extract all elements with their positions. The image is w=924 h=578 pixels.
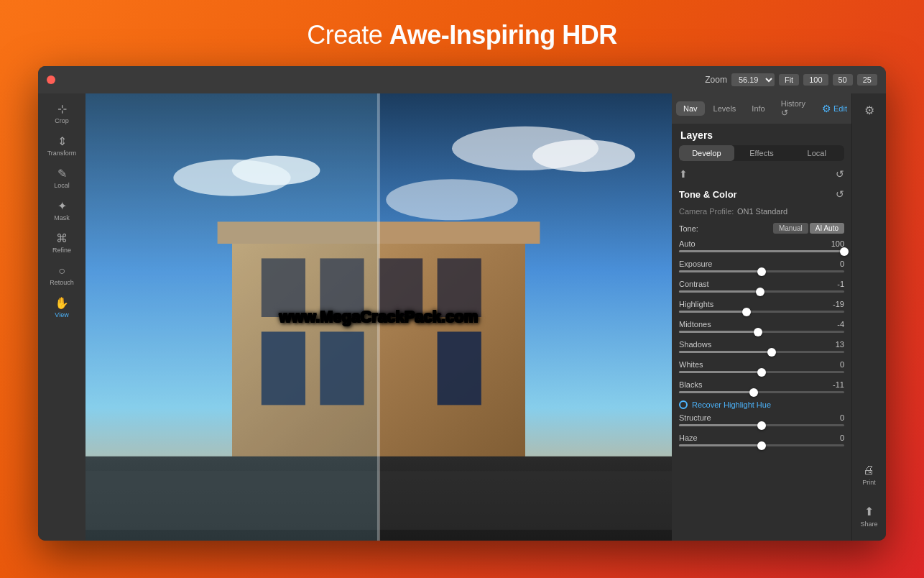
- svg-rect-15: [438, 331, 481, 405]
- sub-tab-effects[interactable]: Effects: [734, 145, 790, 161]
- slider-exposure-track[interactable]: [679, 270, 844, 272]
- slider-whites: Whites 0: [679, 360, 844, 373]
- slider-midtones: Midtones -4: [679, 320, 844, 333]
- camera-profile-value: ON1 Standard: [737, 207, 787, 216]
- slider-shadows: Shadows 13: [679, 340, 844, 353]
- traffic-light-close[interactable]: [47, 75, 55, 84]
- slider-structure: Structure 0: [679, 413, 844, 426]
- far-right-sidebar: ⚙ 🖨 Print ⬆ Share: [851, 93, 886, 541]
- canvas-area[interactable]: www.MegaCrackPack.com: [86, 93, 672, 541]
- panel-scroll[interactable]: Tone & Color ↺ Camera Profile: ON1 Stand…: [672, 183, 851, 541]
- tone-buttons: Manual AI Auto: [773, 223, 844, 234]
- svg-point-5: [532, 139, 635, 172]
- right-panel: Nav Levels Info History ↺ ⚙ Edit Layers …: [672, 93, 851, 541]
- slider-blacks: Blacks -11: [679, 380, 844, 393]
- tone-color-section-header: Tone & Color ↺: [679, 183, 844, 204]
- print-icon: 🖨: [863, 464, 874, 477]
- reset-icon[interactable]: ↺: [836, 168, 844, 180]
- sub-tab-local[interactable]: Local: [789, 145, 844, 161]
- slider-haze-track[interactable]: [679, 444, 844, 446]
- refine-icon: ⌘: [56, 233, 68, 244]
- tone-label: Tone:: [679, 224, 698, 233]
- tool-local[interactable]: ✎ Local: [42, 164, 82, 193]
- zoom-100-button[interactable]: 100: [803, 74, 828, 86]
- tool-crop[interactable]: ⊹ Crop: [42, 99, 82, 129]
- far-right-print[interactable]: 🖨 Print: [859, 459, 879, 490]
- left-sidebar: ⊹ Crop ⇕ Transform ✎ Local ✦ Mask ⌘ Refi…: [38, 93, 86, 541]
- header-title-bold: Awe-Inspiring HDR: [389, 20, 617, 50]
- slider-haze: Haze 0: [679, 434, 844, 446]
- layers-header: Layers: [672, 124, 851, 145]
- canvas-image: www.MegaCrackPack.com: [86, 93, 672, 541]
- slider-highlights-track[interactable]: [679, 311, 844, 313]
- slider-blacks-track[interactable]: [679, 391, 844, 393]
- camera-profile-label: Camera Profile:: [679, 207, 734, 216]
- tone-ai-auto-button[interactable]: AI Auto: [810, 223, 844, 234]
- tool-retouch[interactable]: ○ Retouch: [42, 261, 82, 290]
- slider-whites-track[interactable]: [679, 371, 844, 373]
- recover-highlight-checkbox[interactable]: [679, 400, 688, 409]
- tone-color-reset[interactable]: ↺: [836, 188, 844, 200]
- nav-tab-info[interactable]: Info: [744, 101, 772, 116]
- header-title-regular: Create: [307, 20, 389, 50]
- panel-actions: ⬆ ↺: [672, 165, 851, 183]
- nav-tab-levels[interactable]: Levels: [706, 101, 744, 116]
- recover-highlight-label: Recover Highlight Hue: [692, 400, 771, 409]
- nav-tab-nav[interactable]: Nav: [676, 101, 705, 116]
- zoom-label: Zoom: [705, 75, 727, 85]
- app-header: Create Awe-Inspiring HDR: [307, 0, 616, 66]
- sub-tab-develop[interactable]: Develop: [679, 145, 734, 161]
- transform-icon: ⇕: [57, 136, 67, 147]
- svg-point-6: [386, 179, 518, 220]
- nav-tabs: Nav Levels Info History ↺ ⚙ Edit: [672, 93, 851, 124]
- mask-icon: ✦: [57, 201, 67, 212]
- tone-row: Tone: Manual AI Auto: [679, 223, 844, 234]
- title-bar: Zoom 56.19 Fit 100 50 25: [38, 66, 886, 93]
- edit-button[interactable]: ⚙ Edit: [822, 103, 847, 114]
- main-content: ⊹ Crop ⇕ Transform ✎ Local ✦ Mask ⌘ Refi…: [38, 93, 886, 541]
- fit-button[interactable]: Fit: [779, 74, 799, 86]
- tool-view[interactable]: ✋ View: [42, 293, 82, 323]
- camera-profile-row: Camera Profile: ON1 Standard: [679, 204, 844, 217]
- settings-icon: ⚙: [864, 104, 874, 117]
- zoom-50-button[interactable]: 50: [833, 74, 853, 86]
- far-right-share[interactable]: ⬆ Share: [857, 500, 880, 532]
- slider-midtones-track[interactable]: [679, 331, 844, 333]
- local-icon: ✎: [57, 168, 67, 180]
- slider-contrast: Contrast -1: [679, 280, 844, 293]
- retouch-icon: ○: [58, 265, 65, 277]
- slider-structure-track[interactable]: [679, 424, 844, 426]
- slider-auto: Auto 100: [679, 239, 844, 252]
- tool-transform[interactable]: ⇕ Transform: [42, 132, 82, 161]
- slider-contrast-track[interactable]: [679, 290, 844, 293]
- slider-highlights: Highlights -19: [679, 300, 844, 313]
- tool-mask[interactable]: ✦ Mask: [42, 196, 82, 226]
- upload-icon[interactable]: ⬆: [679, 168, 688, 180]
- tone-manual-button[interactable]: Manual: [773, 223, 808, 234]
- view-icon: ✋: [55, 298, 69, 309]
- tone-color-title: Tone & Color: [679, 189, 737, 200]
- far-right-settings[interactable]: ⚙: [861, 99, 877, 121]
- sub-tabs: Develop Effects Local: [679, 145, 844, 161]
- crop-icon: ⊹: [57, 104, 67, 115]
- tool-refine[interactable]: ⌘ Refine: [42, 229, 82, 258]
- share-icon: ⬆: [864, 505, 874, 518]
- zoom-25-button[interactable]: 25: [857, 74, 877, 86]
- recover-highlight-row: Recover Highlight Hue: [679, 400, 844, 409]
- nav-tab-history[interactable]: History ↺: [774, 96, 821, 121]
- app-window: Zoom 56.19 Fit 100 50 25 ⊹ Crop ⇕ Transf…: [38, 66, 886, 541]
- slider-auto-track[interactable]: [679, 250, 844, 252]
- zoom-select[interactable]: 56.19: [731, 73, 775, 86]
- watermark: www.MegaCrackPack.com: [279, 308, 479, 326]
- slider-exposure: Exposure 0: [679, 260, 844, 272]
- zoom-control: Zoom 56.19 Fit 100 50 25: [705, 73, 877, 86]
- slider-shadows-track[interactable]: [679, 351, 844, 353]
